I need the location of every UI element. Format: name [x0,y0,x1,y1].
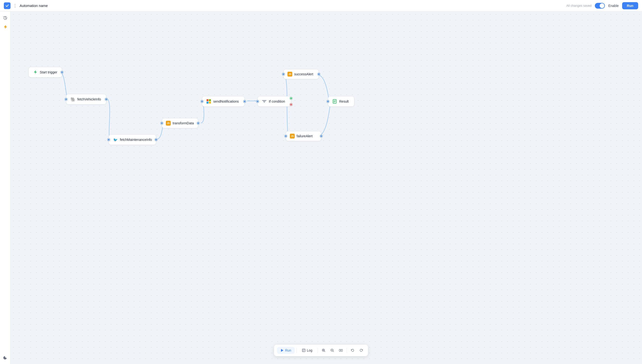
svg-rect-4 [209,99,211,101]
svg-rect-3 [207,99,208,101]
toolbar-log-label: Log [307,348,312,352]
svg-rect-6 [209,102,211,104]
toolbar-sep-2 [318,348,318,353]
toolbar-log-button[interactable]: Log [299,347,316,354]
header: ⋮ Automation name All changes saved Enab… [0,0,642,12]
sendNotifications-label: sendNotifications [213,100,239,103]
header-right: All changes saved Enable Run [566,2,638,9]
transformData-dot-right[interactable] [197,122,199,124]
toolbar-sep-1 [296,348,297,353]
fetchVehicleInfo-dot-left[interactable] [65,98,67,100]
bottom-toolbar: Run Log [274,344,368,356]
automation-name[interactable]: Automation name [20,4,48,8]
svg-rect-12 [339,350,341,351]
transformData-dot-left[interactable] [161,122,163,124]
transformData-label: transformData [173,121,194,125]
enable-label: Enable [608,4,619,8]
result-dot-left[interactable] [327,100,329,102]
node-successAlert[interactable]: JS successAlert [283,69,319,79]
sidebar [0,12,11,364]
toolbar-sep-3 [347,348,347,353]
toolbar-run-button[interactable]: Run [277,347,295,354]
node-fetchVehicleInfo[interactable]: 🐘 fetchVehicleInfo [66,94,106,104]
node-result[interactable]: Result [328,96,354,107]
if-condition-dot-left[interactable] [256,100,259,102]
fetchMaintenanceInfo-icon: 🐦 [113,137,118,142]
menu-dots[interactable]: ⋮ [13,3,17,8]
fit-view-button[interactable] [337,346,345,354]
fetchMaintenanceInfo-dot-left[interactable] [108,138,110,141]
node-fetchMaintenanceInfo[interactable]: 🐦 fetchMaintenanceInfo [109,134,156,145]
svg-rect-13 [341,350,343,351]
node-start-trigger[interactable]: Start trigger [29,67,62,78]
svg-text:🐦: 🐦 [113,138,118,142]
history-icon[interactable] [3,15,8,20]
header-left: ⋮ Automation name [4,2,48,9]
successAlert-label: successAlert [294,72,313,76]
svg-marker-8 [281,349,283,352]
connections-svg [11,12,642,364]
fetchMaintenanceInfo-dot-right[interactable] [155,138,157,141]
node-sendNotifications[interactable]: sendNotifications [202,96,245,107]
toolbar-run-label: Run [285,348,291,352]
run-button[interactable]: Run [622,2,638,9]
theme-toggle-icon[interactable] [3,355,8,360]
zoom-out-button[interactable] [329,346,336,354]
transformData-icon: JS [166,121,171,126]
if-condition-dot-true[interactable] [290,97,292,100]
lightning-sidebar-icon[interactable] [3,24,8,30]
start-trigger-dot-right[interactable] [61,71,63,74]
sendNotifications-icon [206,99,211,104]
node-if-condition[interactable]: If condition [257,96,291,107]
if-condition-dot-false[interactable] [290,103,292,106]
sendNotifications-dot-right[interactable] [243,100,246,102]
node-transformData[interactable]: JS transformData [162,118,198,128]
start-trigger-label: Start trigger [40,70,57,74]
fetchVehicleInfo-label: fetchVehicleInfo [77,97,101,101]
result-label: Result [339,100,349,103]
zoom-in-button[interactable] [320,346,328,354]
result-icon [332,99,337,104]
failureAlert-icon: JS [290,134,295,138]
failureAlert-dot-left[interactable] [285,135,287,137]
successAlert-dot-right[interactable] [318,73,320,75]
svg-text:🐘: 🐘 [70,97,75,102]
failureAlert-dot-right[interactable] [320,135,323,137]
fetchVehicleInfo-dot-right[interactable] [105,98,108,100]
save-status: All changes saved [566,4,592,8]
if-condition-icon [262,99,267,104]
undo-button[interactable] [349,346,357,354]
start-trigger-icon [33,70,38,75]
workflow-canvas[interactable]: Start trigger 🐘 fetchVehicleInfo 🐦 fetch… [11,12,642,364]
enable-toggle[interactable] [595,3,605,8]
node-failureAlert[interactable]: JS failureAlert [286,131,321,141]
fetchMaintenanceInfo-label: fetchMaintenanceInfo [120,138,152,142]
redo-button[interactable] [357,346,365,354]
successAlert-icon: JS [287,72,292,76]
app-logo [4,2,11,9]
sendNotifications-dot-left[interactable] [201,100,203,102]
fetchVehicleInfo-icon: 🐘 [70,96,75,102]
svg-rect-5 [207,102,208,104]
failureAlert-label: failureAlert [296,134,313,138]
if-condition-label: If condition [269,100,285,103]
successAlert-dot-left[interactable] [282,73,285,75]
